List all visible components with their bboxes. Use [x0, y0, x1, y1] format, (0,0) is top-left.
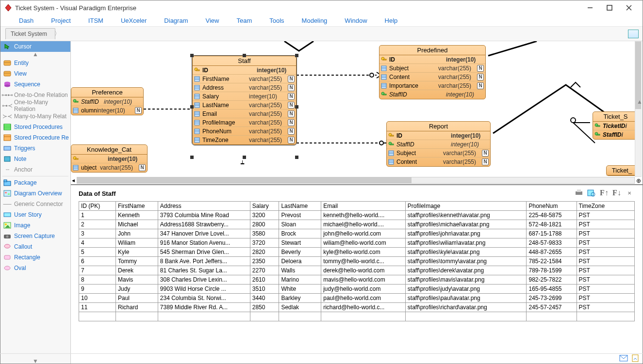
- panel-toggle-button[interactable]: [628, 30, 639, 38]
- sort-desc-button[interactable]: F↓: [611, 188, 622, 198]
- entity-column[interactable]: TimeZonevarchar(255)N: [193, 136, 296, 144]
- find-button[interactable]: [586, 188, 597, 198]
- tool-callout[interactable]: Callout: [0, 241, 70, 252]
- diagram-canvas[interactable]: PreferenceStaffIDinteger(10)olumninteger…: [71, 41, 643, 177]
- mail-icon[interactable]: [620, 355, 627, 363]
- entity-column[interactable]: StaffIDinteger(10): [379, 90, 485, 99]
- entity-column[interactable]: TicketIDi: [593, 122, 638, 130]
- table-row[interactable]: 9Judy9903 Wild Horse Circle ...3510White…: [79, 285, 635, 294]
- entity-preference[interactable]: PreferenceStaffIDinteger(10)olumninteger…: [71, 87, 144, 115]
- data-table[interactable]: ID (PK)FirstNameAddressSalaryLastNameEma…: [79, 201, 635, 321]
- entity-column[interactable]: StaffIDinteger(10): [387, 140, 490, 149]
- entity-column[interactable]: ProfileImagevarchar(255)N: [193, 118, 296, 127]
- tool-sequence[interactable]: Sequence: [0, 79, 70, 90]
- sort-asc-button[interactable]: F↑: [599, 188, 610, 198]
- tool-screen-capture[interactable]: Screen Capture: [0, 231, 70, 241]
- minimize-button[interactable]: [580, 1, 600, 15]
- entity-column[interactable]: StaffIDi: [593, 130, 638, 139]
- menu-tools[interactable]: Tools: [261, 16, 293, 25]
- close-panel-button[interactable]: ✕: [624, 188, 635, 198]
- entity-column[interactable]: integer(10): [71, 155, 147, 163]
- tool-stored-procedure-result[interactable]: Stored Procedure Re: [0, 132, 70, 143]
- entity-column[interactable]: Importancevarchar(255)N: [379, 81, 485, 90]
- entity-ticket-s[interactable]: Ticket_STicketIDiStaffIDi: [593, 111, 639, 140]
- menu-modeling[interactable]: Modeling: [293, 16, 336, 25]
- menu-project[interactable]: Project: [42, 16, 79, 25]
- tab-ticket-system[interactable]: Ticket System: [5, 28, 55, 39]
- table-header[interactable]: FirstName: [115, 202, 158, 211]
- entity-column[interactable]: IDinteger(10): [387, 131, 490, 140]
- entity-report[interactable]: ReportIDinteger(10)StaffIDinteger(10)Sub…: [386, 121, 491, 167]
- table-row-empty[interactable]: [79, 312, 635, 321]
- menu-help[interactable]: Help: [376, 16, 407, 25]
- entity-column[interactable]: Emailvarchar(255)N: [193, 110, 296, 118]
- menu-uexceler[interactable]: UeXceler: [112, 16, 155, 25]
- maximize-button[interactable]: [600, 1, 619, 15]
- table-row[interactable]: 1Kenneth3793 Columbia Mine Road3200Prevo…: [79, 211, 635, 220]
- horizontal-scrollbar[interactable]: ◂ ⊕: [77, 177, 635, 184]
- entity-column[interactable]: Subjectvarchar(255)N: [379, 64, 485, 73]
- tool-many-to-many[interactable]: ≻≺Many-to-Many Relat: [0, 111, 70, 122]
- entity-column[interactable]: LastNamevarchar(255)N: [193, 101, 296, 110]
- table-header[interactable]: ID (PK): [79, 202, 116, 211]
- table-row[interactable]: 3John347 Hanover Drive Lovel...3580Brock…: [79, 229, 635, 238]
- entity-column[interactable]: Subjectvarchar(255)N: [387, 149, 490, 158]
- entity-staff[interactable]: StaffIDinteger(10)FirstNamevarchar(255)N…: [192, 56, 297, 145]
- table-row[interactable]: 10Paul234 Columbia St. Norwi...3440Barkl…: [79, 294, 635, 303]
- palette-collapse-up[interactable]: ▲: [0, 52, 70, 58]
- menu-view[interactable]: View: [197, 16, 228, 25]
- table-row[interactable]: 2MichaelAddress1688 Strawberry...2800Slo…: [79, 220, 635, 229]
- tool-image[interactable]: Image: [0, 220, 70, 231]
- entity-column[interactable]: Addressvarchar(255)N: [193, 83, 296, 92]
- entity-ticket2[interactable]: Ticket_: [606, 165, 638, 176]
- entity-column[interactable]: PhoneNumvarchar(255)N: [193, 127, 296, 136]
- menu-team[interactable]: Team: [228, 16, 261, 25]
- tool-diagram-overview[interactable]: Diagram Overview: [0, 188, 70, 199]
- table-header[interactable]: LastName: [279, 202, 321, 211]
- menu-dash[interactable]: Dash: [10, 16, 42, 25]
- table-header[interactable]: ProfileImage: [405, 202, 527, 211]
- entity-column[interactable]: IDinteger(10): [379, 55, 485, 64]
- menu-diagram[interactable]: Diagram: [155, 16, 197, 25]
- tool-user-story[interactable]: User Story: [0, 209, 70, 220]
- table-row[interactable]: 6Tommy8 Bank Ave. Port Jeffers...2350Del…: [79, 257, 635, 266]
- tool-package[interactable]: Package: [0, 177, 70, 188]
- vertical-scrollbar[interactable]: [635, 41, 642, 177]
- entity-column[interactable]: olumninteger(10)N: [71, 106, 143, 115]
- table-header[interactable]: Address: [158, 202, 250, 211]
- tool-view[interactable]: View: [0, 68, 70, 79]
- tool-triggers[interactable]: Triggers: [0, 143, 70, 154]
- tool-note[interactable]: Note: [0, 154, 70, 164]
- entity-column[interactable]: FirstNamevarchar(255)N: [193, 75, 296, 83]
- table-header[interactable]: Email: [321, 202, 406, 211]
- entity-column[interactable]: Contentvarchar(255)N: [387, 158, 490, 166]
- tool-stored-procedures[interactable]: Stored Procedures: [0, 122, 70, 132]
- tool-one-to-many[interactable]: ⊶≺One-to-Many Relation: [0, 100, 70, 111]
- table-header[interactable]: PhoneNum: [527, 202, 577, 211]
- entity-column[interactable]: Contentvarchar(255)N: [379, 73, 485, 81]
- table-header[interactable]: Salary: [250, 202, 279, 211]
- tool-generic-connector[interactable]: ──Generic Connector: [0, 199, 70, 209]
- table-header[interactable]: TimeZone: [577, 202, 634, 211]
- tool-oval[interactable]: Oval: [0, 263, 70, 273]
- entity-column[interactable]: ubjectvarchar(255)N: [71, 163, 147, 172]
- table-row[interactable]: 5Kyle545 Sherman Drive Glen...2820Beverl…: [79, 248, 635, 257]
- entity-predefined[interactable]: PredefinedIDinteger(10)Subjectvarchar(25…: [379, 45, 486, 99]
- entity-column[interactable]: IDinteger(10): [193, 66, 296, 75]
- doc-icon[interactable]: [632, 355, 638, 363]
- tool-anchor[interactable]: ┄Anchor: [0, 164, 70, 175]
- tool-cursor[interactable]: Cursor: [0, 41, 70, 52]
- print-button[interactable]: [574, 188, 584, 198]
- table-row[interactable]: 11Richard7389 Middle River Rd. A...2850S…: [79, 303, 635, 312]
- entity-column[interactable]: StaffIDinteger(10): [71, 97, 143, 106]
- close-button[interactable]: [619, 1, 639, 15]
- menu-itsm[interactable]: ITSM: [80, 16, 112, 25]
- entity-knowledge-cat[interactable]: Knowledge_Catinteger(10)ubjectvarchar(25…: [71, 144, 148, 173]
- tool-entity[interactable]: Entity: [0, 58, 70, 68]
- tool-rectangle[interactable]: Rectangle: [0, 252, 70, 263]
- table-row[interactable]: 8Mavis308 Charles Drive Lexin...2610Mari…: [79, 275, 635, 285]
- entity-column[interactable]: Salaryinteger(10)N: [193, 92, 296, 101]
- menu-window[interactable]: Window: [336, 16, 376, 25]
- table-row[interactable]: 7Derek81 Charles St. Sugar La...2270Wall…: [79, 266, 635, 275]
- table-row[interactable]: 4Wiliam916 Manor Station Avenu...3720Ste…: [79, 238, 635, 248]
